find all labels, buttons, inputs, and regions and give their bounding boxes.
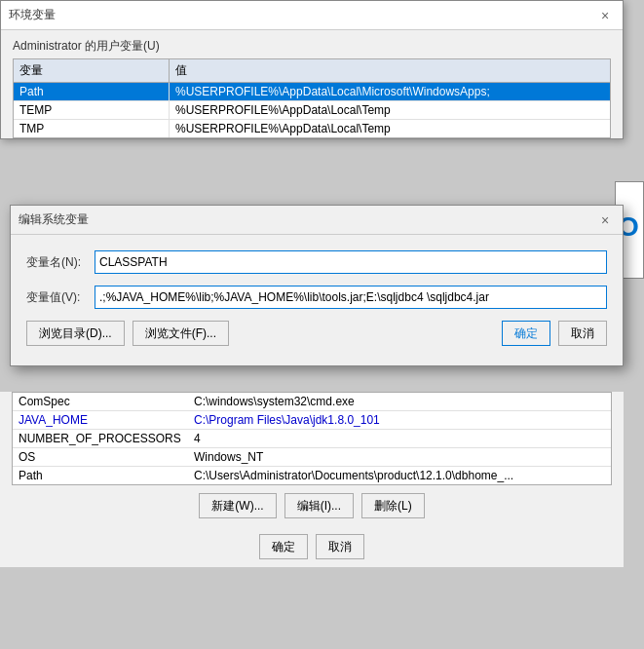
edit-dialog-title: 编辑系统变量: [19, 211, 89, 228]
edit-dialog-titlebar: 编辑系统变量 ×: [11, 206, 623, 235]
user-var-value: %USERPROFILE%\AppData\Local\Microsoft\Wi…: [170, 83, 610, 100]
var-value-input[interactable]: [95, 286, 607, 309]
sys-var-name: Path: [13, 467, 188, 484]
user-var-row-path[interactable]: Path %USERPROFILE%\AppData\Local\Microso…: [14, 83, 610, 101]
browse-buttons-row: 浏览目录(D)... 浏览文件(F)... 确定 取消: [26, 321, 607, 346]
edit-cancel-button[interactable]: 取消: [558, 321, 607, 346]
var-value-row: 变量值(V):: [26, 286, 607, 309]
env-ok-button[interactable]: 确定: [259, 534, 308, 559]
sys-var-row-os[interactable]: OS Windows_NT: [13, 448, 611, 467]
sys-var-row-java-home[interactable]: JAVA_HOME C:\Program Files\Java\jdk1.8.0…: [13, 411, 611, 430]
env-dialog-title: 环境变量: [9, 7, 56, 23]
user-var-row-tmp[interactable]: TMP %USERPROFILE%\AppData\Local\Temp: [14, 120, 610, 137]
var-value-label: 变量值(V):: [26, 289, 95, 306]
sys-vars-section: ComSpec C:\windows\system32\cmd.exe JAVA…: [0, 392, 624, 567]
user-var-name: Path: [14, 83, 170, 100]
user-vars-label: Administrator 的用户变量(U): [1, 30, 623, 58]
delete-sys-var-button[interactable]: 删除(L): [361, 493, 425, 518]
sys-var-row-num-processors[interactable]: NUMBER_OF_PROCESSORS 4: [13, 430, 611, 448]
user-var-name: TEMP: [14, 101, 170, 119]
env-dialog-close[interactable]: ×: [595, 6, 615, 25]
env-dialog-background: 环境变量 × Administrator 的用户变量(U) 变量 值 Path …: [0, 0, 624, 139]
var-name-input[interactable]: [95, 250, 607, 274]
user-vars-header: 变量 值: [14, 59, 610, 83]
user-var-row-temp[interactable]: TEMP %USERPROFILE%\AppData\Local\Temp: [14, 101, 610, 120]
user-var-value: %USERPROFILE%\AppData\Local\Temp: [170, 101, 610, 119]
new-sys-var-button[interactable]: 新建(W)...: [199, 493, 276, 518]
edit-dialog-body: 变量名(N): 变量值(V): 浏览目录(D)... 浏览文件(F)... 确定…: [11, 235, 623, 365]
edit-system-var-dialog: 编辑系统变量 × 变量名(N): 变量值(V): 浏览目录(D)... 浏览文件…: [10, 205, 624, 366]
sys-var-name: JAVA_HOME: [13, 411, 188, 429]
sys-var-name: ComSpec: [13, 393, 188, 410]
sys-var-name: OS: [13, 448, 188, 466]
header-var-col: 变量: [14, 59, 170, 82]
sys-var-value: C:\Program Files\Java\jdk1.8.0_101: [188, 411, 611, 429]
header-val-col: 值: [170, 59, 610, 82]
sys-var-row-comspec[interactable]: ComSpec C:\windows\system32\cmd.exe: [13, 393, 611, 411]
edit-ok-button[interactable]: 确定: [502, 321, 550, 346]
sys-var-row-path[interactable]: Path C:\Users\Administrator\Documents\pr…: [13, 467, 611, 484]
user-var-name: TMP: [14, 120, 170, 137]
browse-dir-button[interactable]: 浏览目录(D)...: [26, 321, 125, 346]
user-vars-table: 变量 值 Path %USERPROFILE%\AppData\Local\Mi…: [13, 58, 611, 138]
browse-file-button[interactable]: 浏览文件(F)...: [133, 321, 229, 346]
env-cancel-button[interactable]: 取消: [316, 534, 364, 559]
env-dialog-buttons: 确定 取消: [0, 526, 624, 567]
env-dialog-titlebar: 环境变量 ×: [1, 1, 623, 30]
sys-var-value: C:\windows\system32\cmd.exe: [188, 393, 611, 410]
sys-vars-table: ComSpec C:\windows\system32\cmd.exe JAVA…: [12, 392, 612, 485]
var-name-row: 变量名(N):: [26, 250, 607, 274]
sys-var-value: C:\Users\Administrator\Documents\product…: [188, 467, 611, 484]
sys-var-value: 4: [188, 430, 611, 447]
edit-dialog-close[interactable]: ×: [595, 210, 615, 230]
var-name-label: 变量名(N):: [26, 254, 95, 271]
sys-vars-action-buttons: 新建(W)... 编辑(I)... 删除(L): [0, 485, 624, 526]
edit-sys-var-button[interactable]: 编辑(I)...: [284, 493, 354, 518]
user-var-value: %USERPROFILE%\AppData\Local\Temp: [170, 120, 610, 137]
sys-var-value: Windows_NT: [188, 448, 611, 466]
sys-var-name: NUMBER_OF_PROCESSORS: [13, 430, 188, 447]
